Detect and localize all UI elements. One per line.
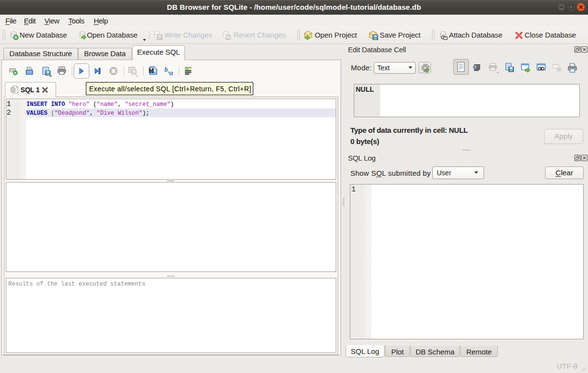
svg-text:b: b <box>164 66 168 73</box>
svg-text:a: a <box>169 69 173 76</box>
